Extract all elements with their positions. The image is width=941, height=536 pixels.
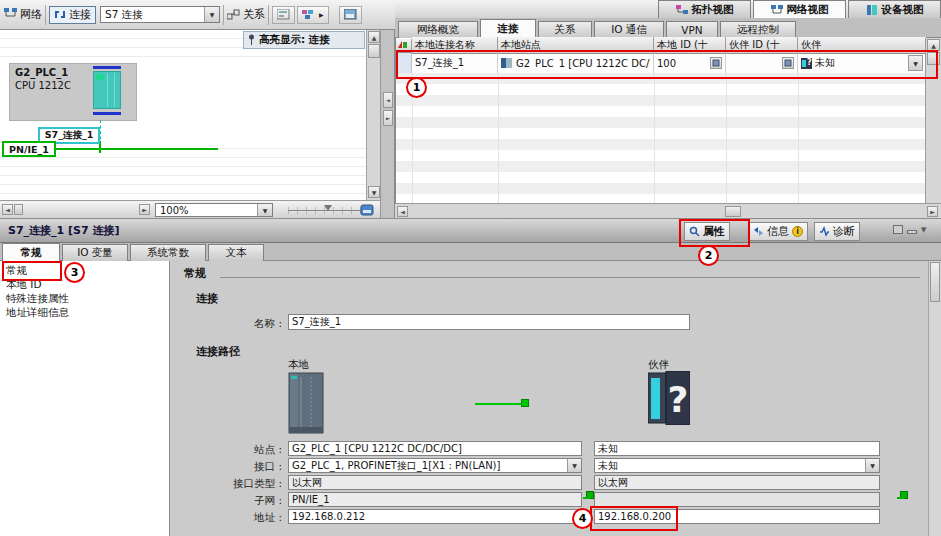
- fit-view-button[interactable]: [360, 203, 374, 219]
- dropdown-arrow-icon[interactable]: ▼: [257, 204, 272, 216]
- tab-network-view[interactable]: 网络视图: [753, 0, 846, 18]
- zoom-select[interactable]: 100% ▼: [155, 203, 273, 217]
- tab-vpn[interactable]: VPN: [666, 21, 718, 38]
- info-button[interactable]: 信息 i: [748, 222, 808, 241]
- table-row[interactable]: S7_连接_1 G2_PLC_1 [CPU 1212C DC/DC/DC] 10…: [396, 53, 941, 74]
- diagnostics-button[interactable]: 诊断: [814, 222, 860, 241]
- nav-item-general[interactable]: 常规: [6, 264, 27, 278]
- hscroll-thumb[interactable]: [14, 204, 23, 215]
- plc-device-box[interactable]: G2_PLC_1 CPU 1212C: [9, 63, 137, 121]
- cell-connection-name[interactable]: S7_连接_1: [412, 53, 498, 73]
- scroll-up-icon[interactable]: ▲: [368, 31, 380, 43]
- connections-icon: [54, 9, 66, 20]
- show-addresses-button[interactable]: [272, 6, 295, 24]
- properties-button[interactable]: 属性: [684, 222, 730, 241]
- subnet-label[interactable]: PN/IE_1: [2, 141, 56, 157]
- cell-partner[interactable]: ? 未知 ▼: [798, 53, 926, 73]
- nav-item-special-properties[interactable]: 特殊连接属性: [6, 292, 69, 306]
- splitter-right-icon[interactable]: ►: [383, 110, 393, 126]
- col-header-local-station[interactable]: 本地站点: [498, 37, 654, 54]
- column-grid-line: [654, 73, 655, 203]
- connection-type-dropdown[interactable]: S7 连接 ▼: [100, 6, 220, 23]
- grid-line: [0, 193, 366, 194]
- network-diagram-canvas[interactable]: G2_PLC_1 CPU 1212C S7_连接_1 PN/IE_1: [0, 30, 366, 200]
- connections-mode-button[interactable]: 连接: [49, 6, 96, 24]
- scroll-right-icon[interactable]: ►: [139, 204, 150, 215]
- local-address-input[interactable]: 192.168.0.212: [288, 509, 582, 524]
- page-breaks-button[interactable]: ▶: [297, 6, 329, 24]
- annotation-step-2: 2: [698, 245, 719, 266]
- subnet-connector-icon: [583, 491, 594, 502]
- cell-local-station[interactable]: G2_PLC_1 [CPU 1212C DC/DC/DC]: [498, 53, 654, 73]
- float-panel-icon[interactable]: [893, 225, 903, 234]
- vscroll-thumb[interactable]: [368, 44, 380, 58]
- nav-item-address-details[interactable]: 地址详细信息: [6, 306, 69, 320]
- properties-content: 常规 连接 名称 : S7_连接_1 连接路径 本地 伙伴: [170, 261, 941, 536]
- dropdown-arrow-icon[interactable]: ▼: [865, 459, 879, 472]
- relations-button[interactable]: 关系: [227, 7, 265, 22]
- panel-menu-arrow-icon[interactable]: ▼: [921, 226, 926, 234]
- vscroll-thumb[interactable]: [930, 262, 940, 302]
- cell-local-id[interactable]: 100: [654, 53, 726, 73]
- panel-splitter[interactable]: ◄ ►: [380, 30, 395, 218]
- view-tabs-strip: 拓扑视图 网络视图 设备视图: [395, 0, 941, 18]
- tab-network-overview[interactable]: 网络概览: [398, 21, 478, 38]
- col-header-local-connection-name[interactable]: 本地连接名称: [412, 37, 498, 54]
- tab-io-tags[interactable]: IO 变量: [62, 244, 128, 261]
- device-view-icon: [866, 5, 878, 15]
- save-layout-button[interactable]: [339, 6, 362, 24]
- relations-icon: [227, 9, 240, 20]
- unknown-partner-icon: ?: [801, 58, 812, 69]
- row-selector-cell[interactable]: [396, 53, 412, 73]
- toolbar-separator: [45, 5, 46, 25]
- tab-texts[interactable]: 文本: [208, 244, 264, 261]
- collapse-panel-icon[interactable]: [907, 230, 917, 234]
- table-vscrollbar[interactable]: ▲: [925, 38, 941, 203]
- slider-thumb-icon[interactable]: [324, 205, 332, 211]
- tab-relations[interactable]: 关系: [538, 21, 592, 38]
- browse-local-id-button[interactable]: [710, 57, 722, 69]
- network-toolbar: 网络 连接 S7 连接 ▼ 关系 ▶: [0, 0, 395, 30]
- col-header-local-id[interactable]: 本地 ID (十: [654, 37, 726, 54]
- scroll-left-icon[interactable]: ◄: [397, 206, 408, 217]
- scroll-right-icon[interactable]: ►: [927, 206, 938, 217]
- diagram-vscrollbar[interactable]: ▲ ▼: [366, 30, 380, 200]
- hscroll-grip[interactable]: [725, 206, 741, 217]
- connection-path-endpoint: [521, 399, 529, 407]
- properties-vscrollbar[interactable]: [928, 261, 941, 536]
- table-hscrollbar[interactable]: ◄ ►: [395, 203, 941, 218]
- scroll-down-icon[interactable]: ▼: [368, 186, 380, 198]
- partner-address-input[interactable]: 192.168.0.200: [594, 509, 880, 524]
- dropdown-arrow-icon[interactable]: ▼: [204, 7, 219, 22]
- splitter-left-icon[interactable]: ◄: [383, 92, 393, 108]
- tab-connections[interactable]: 连接: [480, 19, 536, 38]
- nav-item-local-id[interactable]: 本地 ID: [6, 278, 42, 292]
- svg-text:?: ?: [668, 379, 689, 420]
- dropdown-arrow-icon[interactable]: ▼: [567, 459, 581, 472]
- partner-interface-dropdown[interactable]: 未知 ▼: [594, 458, 880, 473]
- info-arrows-icon: [753, 226, 764, 237]
- grid-line: [0, 166, 366, 167]
- col-header-partner[interactable]: 伙伴: [798, 37, 926, 54]
- tab-system-constants[interactable]: 系统常数: [130, 244, 206, 261]
- tab-io-communication[interactable]: IO 通信: [594, 21, 664, 38]
- zoom-slider[interactable]: [288, 205, 366, 215]
- cpu-module-graphic[interactable]: [93, 66, 121, 117]
- connection-name-input[interactable]: S7_连接_1: [288, 314, 690, 330]
- col-header-partner-id[interactable]: 伙伴 ID (十: [726, 37, 798, 54]
- network-view-icon: [771, 5, 783, 15]
- browse-partner-id-button[interactable]: [782, 57, 794, 69]
- tab-general[interactable]: 常规: [2, 243, 60, 261]
- tab-topology-view[interactable]: 拓扑视图: [658, 0, 751, 18]
- tab-remote-control[interactable]: 远程控制: [720, 21, 796, 38]
- magnifier-icon: [689, 226, 700, 237]
- local-interface-dropdown[interactable]: G2_PLC_1, PROFINET接口_1[X1 : PN(LAN)] ▼: [288, 458, 582, 473]
- scroll-up-icon[interactable]: ▲: [927, 39, 940, 51]
- network-mode-label[interactable]: 网络: [20, 7, 42, 22]
- vscroll-thumb[interactable]: [927, 52, 940, 65]
- properties-nav-panel: 常规 本地 ID 特殊连接属性 地址详细信息 3: [0, 261, 170, 536]
- scroll-left-icon[interactable]: ◄: [2, 204, 13, 215]
- cell-partner-id[interactable]: [726, 53, 798, 73]
- tab-device-view[interactable]: 设备视图: [848, 0, 941, 18]
- partner-dropdown-arrow[interactable]: ▼: [908, 55, 923, 71]
